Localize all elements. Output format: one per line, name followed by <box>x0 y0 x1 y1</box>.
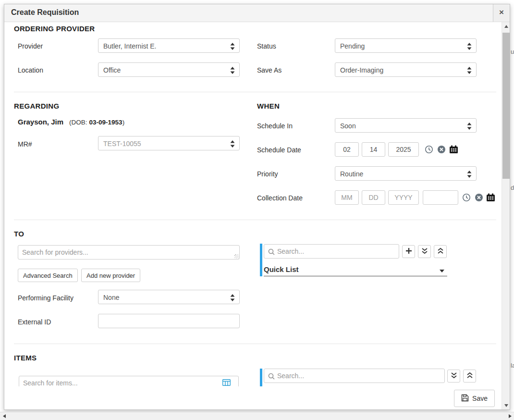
save-as-label: Save As <box>257 66 281 74</box>
provider-select[interactable]: Butler, Internist E. <box>98 38 240 53</box>
provider-search-wrapper <box>18 245 240 259</box>
schedule-date-year-input[interactable] <box>388 142 419 157</box>
location-select[interactable]: Office <box>98 62 240 77</box>
schedule-date-label: Schedule Date <box>257 146 301 154</box>
down-arrow-icon <box>504 404 508 407</box>
to-quick-search-input[interactable] <box>277 245 396 258</box>
schedule-in-select-value: Soon <box>340 122 356 130</box>
section-divider <box>14 220 496 220</box>
section-title-when: WHEN <box>257 102 280 110</box>
add-new-provider-button[interactable]: Add new provider <box>81 269 140 282</box>
schedule-in-label: Schedule In <box>257 122 293 130</box>
patient-name: Grayson, Jim <box>18 118 63 126</box>
plus-icon <box>405 247 412 256</box>
advanced-search-button[interactable]: Advanced Search <box>18 269 78 282</box>
save-button-label: Save <box>472 395 488 402</box>
collection-date-label: Collection Date <box>257 194 303 202</box>
updown-caret-icon <box>467 43 472 52</box>
dob-open: (DOB: <box>69 119 87 126</box>
schedule-date-month-input[interactable] <box>335 142 359 157</box>
close-button[interactable]: × <box>493 4 510 22</box>
dob-close: ) <box>122 119 125 126</box>
section-title-items: ITEMS <box>14 354 37 362</box>
collection-date-day-input[interactable] <box>362 190 385 205</box>
search-icon <box>268 248 275 257</box>
items-quick-searchbox <box>264 369 445 383</box>
provider-select-value: Butler, Internist E. <box>103 42 157 50</box>
updown-caret-icon <box>467 123 472 132</box>
save-button[interactable]: Save <box>454 390 495 407</box>
quick-list-header[interactable]: Quick List <box>264 265 299 273</box>
collection-date-year-input[interactable] <box>388 190 419 205</box>
calendar-icon[interactable] <box>486 193 495 202</box>
section-title-regarding: REGARDING <box>14 102 59 110</box>
provider-label: Provider <box>18 42 43 50</box>
save-as-select-value: Order-Imaging <box>340 66 383 74</box>
clock-icon[interactable] <box>424 145 434 154</box>
add-button[interactable] <box>402 245 415 258</box>
scroll-left-button[interactable] <box>0 412 8 420</box>
updown-caret-icon <box>467 171 472 180</box>
expand-all-button[interactable] <box>418 245 431 258</box>
double-chevron-up-icon <box>467 372 473 381</box>
scroll-down-button[interactable] <box>502 401 510 409</box>
scroll-right-button[interactable] <box>506 412 514 420</box>
resize-grip[interactable] <box>234 254 239 259</box>
caret-down-icon[interactable] <box>437 266 447 276</box>
close-icon: × <box>499 8 504 17</box>
section-divider <box>14 92 496 92</box>
updown-caret-icon <box>230 67 235 76</box>
updown-caret-icon <box>230 140 235 149</box>
collapse-all-button[interactable] <box>463 370 476 383</box>
patient-line: Grayson, Jim (DOB: 03-09-1953 ) <box>18 118 124 126</box>
page-bg-fragment: u <box>511 48 514 55</box>
save-as-select[interactable]: Order-Imaging <box>335 62 477 77</box>
clear-icon[interactable] <box>437 145 446 154</box>
priority-label: Priority <box>257 170 278 178</box>
status-select[interactable]: Pending <box>335 38 477 53</box>
modal-title: Create Requisition <box>11 8 79 17</box>
create-requisition-modal: Create Requisition × ORDERING PROVIDER P… <box>4 4 510 410</box>
external-id-input[interactable] <box>98 314 240 328</box>
performing-facility-select[interactable]: None <box>98 290 240 304</box>
section-divider <box>14 344 496 344</box>
scroll-thumb[interactable] <box>502 33 510 179</box>
modal-scrollbar[interactable] <box>502 22 510 409</box>
double-chevron-down-icon <box>451 372 457 381</box>
priority-select[interactable]: Routine <box>335 166 477 181</box>
section-title-to: TO <box>14 230 24 238</box>
collapse-all-button[interactable] <box>434 245 447 258</box>
schedule-date-day-input[interactable] <box>362 142 385 157</box>
updown-caret-icon <box>230 294 235 303</box>
right-arrow-icon <box>509 414 512 418</box>
page-bg-fragment: d <box>511 184 514 191</box>
dob-value: 03-09-1953 <box>89 119 122 126</box>
section-title-ordering-provider: ORDERING PROVIDER <box>14 25 95 33</box>
page-hscrollbar[interactable] <box>0 412 514 420</box>
clear-icon[interactable] <box>474 193 484 202</box>
calendar-icon[interactable] <box>449 145 458 154</box>
to-quick-searchbox <box>264 244 399 259</box>
modal-header: Create Requisition × <box>4 4 510 22</box>
status-label: Status <box>257 42 276 50</box>
page-bg-fragment: la <box>511 362 514 369</box>
modal-content: ORDERING PROVIDER Provider Butler, Inter… <box>4 22 502 409</box>
left-arrow-icon <box>3 414 6 418</box>
collection-time-input[interactable] <box>423 190 458 205</box>
double-chevron-up-icon <box>438 247 443 256</box>
screen: u d la Create Requisition × ORDERING PRO… <box>0 0 514 420</box>
up-arrow-icon <box>504 25 508 28</box>
save-icon <box>461 394 469 403</box>
schedule-in-select[interactable]: Soon <box>335 118 477 133</box>
collection-date-month-input[interactable] <box>335 190 359 205</box>
mr-select[interactable]: TEST-10055 <box>98 136 240 150</box>
expand-all-button[interactable] <box>447 370 460 383</box>
provider-search-input[interactable] <box>18 245 240 259</box>
performing-facility-select-value: None <box>103 294 119 301</box>
scroll-up-button[interactable] <box>502 22 510 30</box>
mr-label: MR# <box>18 140 32 148</box>
clock-icon[interactable] <box>462 193 471 202</box>
accent-bar <box>260 244 262 276</box>
modal-body: ORDERING PROVIDER Provider Butler, Inter… <box>4 22 510 409</box>
items-quick-search-input[interactable] <box>277 370 442 382</box>
